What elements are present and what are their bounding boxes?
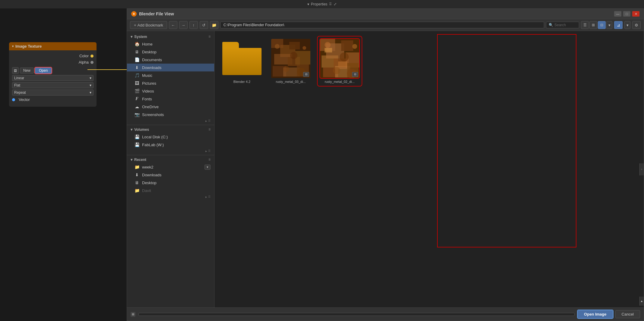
new-button[interactable]: New: [20, 68, 34, 74]
list-view-btn2[interactable]: ⊞: [589, 21, 597, 29]
svg-point-26: [340, 52, 349, 61]
file-item-rusty1[interactable]: 🖼 rusty_metal_03_di...: [269, 37, 312, 85]
recent-section-header[interactable]: ▾ Recent ⠿: [127, 156, 214, 163]
folder-btn[interactable]: 📁: [210, 21, 218, 29]
system-section-header[interactable]: ▾ System ⠿: [127, 33, 214, 40]
collapse-arrow[interactable]: ▾: [12, 45, 14, 48]
dialog-toolbar: + Add Bookmark ← → ↑ ↺ 📁 C:\Program File…: [127, 19, 644, 31]
dialog-titlebar: B Blender File View — □ ✕: [127, 9, 644, 19]
add-bookmark-label: Add Bookmark: [138, 23, 163, 27]
sidebar-item-davit[interactable]: 📁 Davit: [127, 187, 214, 194]
svg-rect-3: [289, 42, 300, 49]
sidebar-recent-section: ▾ Recent ⠿ 📁 week2 ▾ ⬇ Downloads: [127, 156, 214, 200]
vector-socket[interactable]: [12, 98, 15, 101]
view-buttons: ☰ ⊞ ⊟ ▾: [581, 21, 612, 29]
file-content: Blender 4.2: [214, 31, 644, 307]
week2-icon: 📁: [134, 165, 140, 169]
sidebar-item-recent-desktop[interactable]: 🖥 Desktop: [127, 179, 214, 187]
sidebar-item-pictures[interactable]: 🖼 Pictures: [127, 79, 214, 87]
forward-btn[interactable]: →: [179, 21, 188, 29]
search-bar[interactable]: 🔍 Search: [546, 22, 579, 28]
up-btn[interactable]: ↑: [189, 21, 198, 29]
screenshots-label: Screenshots: [142, 112, 164, 117]
repeat-control: Repeat ▾: [12, 90, 94, 96]
sidebar-item-onedrive[interactable]: ☁ OneDrive: [127, 103, 214, 111]
image-type-icon2: 🖼: [352, 72, 358, 77]
sidebar-item-local-disk[interactable]: 💾 Local Disk (C:): [127, 133, 214, 141]
color-output: Color: [12, 53, 94, 59]
titlebar-buttons: — □ ✕: [614, 11, 639, 17]
properties-tab[interactable]: ▾ Properties ⠿ ⤢: [307, 2, 337, 6]
repeat-label: Repeat: [14, 90, 26, 95]
bottom-scroll-up[interactable]: ▲: [639, 297, 644, 306]
sidebar-item-documents[interactable]: 📄 Documents: [127, 56, 214, 64]
sidebar-item-home[interactable]: 🏠 Home: [127, 40, 214, 48]
sidebar-item-videos[interactable]: 🎬 Videos: [127, 87, 214, 95]
repeat-select[interactable]: Repeat ▾: [12, 90, 94, 96]
sidebar-item-desktop[interactable]: 🖥 Desktop: [127, 48, 214, 56]
fablab-label: FabLab (W:): [142, 143, 164, 147]
volumes-section-header[interactable]: ▾ Volumes ⠿: [127, 126, 214, 133]
minimize-button[interactable]: —: [614, 11, 621, 17]
file-item-blender[interactable]: Blender 4.2: [220, 37, 263, 85]
home-icon: 🏠: [134, 42, 140, 46]
svg-point-27: [352, 44, 357, 49]
sidebar-item-week2[interactable]: 📁 week2: [134, 164, 205, 170]
right-collapse-btn[interactable]: ›: [639, 163, 644, 175]
recent-downloads-label: Downloads: [142, 173, 161, 177]
sidebar-item-fablab[interactable]: 💾 FabLab (W:): [127, 141, 214, 149]
file-grid: Blender 4.2: [214, 31, 644, 91]
chevron-icon: ▾: [90, 76, 91, 80]
week2-label: week2: [142, 165, 154, 169]
add-bookmark-btn[interactable]: + Add Bookmark: [130, 21, 167, 29]
color-socket[interactable]: [90, 55, 94, 58]
file-item-rusty2[interactable]: 🖼 rusty_metal_02_di...: [318, 37, 361, 85]
file-dialog: B Blender File View — □ ✕ + Add Bookmark…: [127, 8, 644, 321]
open-image-button[interactable]: Open Image: [578, 310, 613, 318]
sidebar-item-music[interactable]: 🎵 Music: [127, 71, 214, 79]
sidebar-item-recent-downloads[interactable]: ⬇ Downloads: [127, 171, 214, 179]
system-drag-handle: ⠿: [208, 35, 211, 39]
close-button[interactable]: ✕: [632, 11, 639, 17]
svg-rect-18: [341, 40, 353, 51]
volumes-more: ▸ ⠿: [127, 149, 214, 154]
svg-point-11: [290, 52, 297, 59]
rusty2-name: rusty_metal_02_di...: [325, 80, 354, 83]
fonts-icon: F: [134, 96, 140, 101]
list-view-btn[interactable]: ☰: [581, 21, 589, 29]
image-icon-btn[interactable]: 🖼: [12, 67, 19, 74]
linear-select[interactable]: Linear ▾: [12, 75, 94, 81]
refresh-btn[interactable]: ↺: [200, 21, 208, 29]
dialog-bottom: ⊞ Open Image Cancel: [127, 307, 644, 321]
grid-view-btn[interactable]: ⊟: [598, 21, 606, 29]
bottom-icon-btn[interactable]: ⊞: [131, 312, 135, 317]
view-options-btn[interactable]: ▾: [606, 21, 612, 29]
image-texture-node: ▾ Image Texture Color Alpha 🖼 New Open L…: [9, 42, 97, 107]
flat-select[interactable]: Flat ▾: [12, 82, 94, 88]
vector-row: Vector: [12, 97, 94, 102]
maximize-button[interactable]: □: [623, 11, 630, 17]
filter-options-btn[interactable]: ▾: [624, 21, 630, 29]
drag-handle-icon: ⠿: [329, 2, 332, 6]
desktop-label: Desktop: [142, 50, 157, 54]
rusty2-thumb: 🖼: [320, 39, 359, 78]
sidebar-item-downloads[interactable]: ⬇ Downloads: [127, 64, 214, 71]
filter-btn[interactable]: ⊿: [614, 21, 623, 29]
pictures-label: Pictures: [142, 81, 156, 86]
node-title: Image Texture: [15, 44, 42, 49]
alpha-socket[interactable]: [90, 61, 94, 64]
sidebar-item-screenshots[interactable]: 📷 Screenshots: [127, 111, 214, 118]
svg-rect-6: [295, 51, 310, 65]
svg-point-12: [303, 46, 306, 50]
svg-rect-31: [338, 61, 347, 67]
open-button[interactable]: Open: [35, 68, 52, 74]
filename-input[interactable]: [138, 313, 575, 316]
path-bar[interactable]: C:\Program Files\Blender Foundation\: [220, 22, 544, 28]
recent-expand-btn[interactable]: ▾: [205, 165, 211, 170]
settings-btn[interactable]: ⚙: [632, 21, 641, 29]
cancel-button[interactable]: Cancel: [615, 310, 640, 318]
linear-control: Linear ▾: [12, 75, 94, 81]
back-btn[interactable]: ←: [169, 21, 177, 29]
bottom-buttons: Open Image Cancel: [578, 310, 640, 318]
sidebar-item-fonts[interactable]: F Fonts: [127, 95, 214, 103]
